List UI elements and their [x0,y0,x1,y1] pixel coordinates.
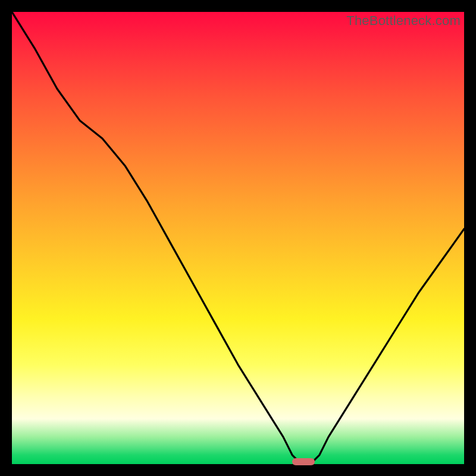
plot-area: TheBottleneck.com [12,12,464,464]
chart-frame: TheBottleneck.com [0,0,476,476]
bottleneck-curve [12,12,464,464]
optimum-marker [292,458,315,465]
curve-path [12,12,464,464]
